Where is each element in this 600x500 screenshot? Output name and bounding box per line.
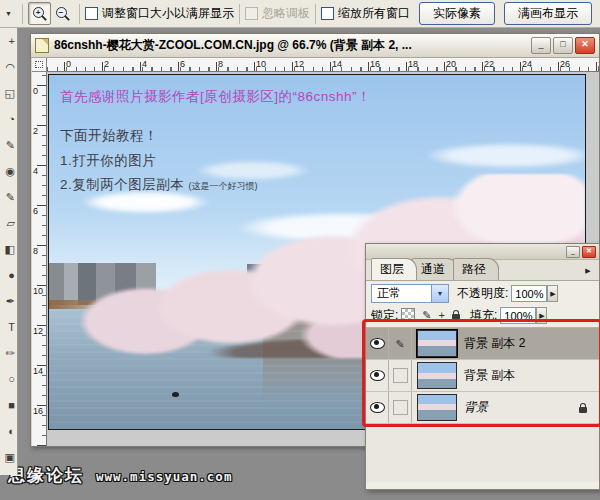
stamp-tool-icon[interactable]: ◉ bbox=[0, 158, 17, 184]
layer-thumbnail[interactable] bbox=[417, 330, 457, 357]
ruler-tick-label: 6 bbox=[33, 206, 38, 216]
eye-icon bbox=[370, 402, 385, 413]
chevron-down-icon[interactable]: ▼ bbox=[431, 285, 448, 302]
tutorial-start-line: 下面开始教程！ bbox=[60, 127, 158, 145]
maximize-button[interactable]: □ bbox=[553, 37, 573, 54]
blend-mode-value: 正常 bbox=[377, 285, 401, 302]
layer-thumbnail[interactable] bbox=[417, 362, 457, 389]
layer-name[interactable]: 背景 副本 2 bbox=[464, 335, 599, 352]
ruler-tick-label: 22 bbox=[484, 59, 494, 69]
history-brush-tool-icon[interactable]: ✎ bbox=[0, 184, 17, 210]
gradient-tool-icon[interactable]: ◧ bbox=[0, 236, 17, 262]
zoom-all-windows-checkbox-group: 缩放所有窗口 bbox=[321, 5, 410, 22]
resize-windows-checkbox[interactable] bbox=[85, 7, 98, 20]
ignore-palettes-checkbox bbox=[245, 7, 258, 20]
lock-row: 锁定: ✎ + 填充: 100% ▶ bbox=[366, 306, 599, 327]
ruler-tick-label: 16 bbox=[33, 406, 43, 416]
move-tool-icon[interactable]: + bbox=[0, 28, 17, 54]
crop-tool-icon[interactable]: ◱ bbox=[0, 80, 17, 106]
palette-minimize-button[interactable]: _ bbox=[566, 246, 580, 258]
layer-row-bg-copy[interactable]: 背景 副本 bbox=[366, 360, 599, 392]
ruler-vertical[interactable]: 024681012141618 bbox=[32, 72, 47, 446]
fill-field[interactable]: 100% bbox=[500, 307, 536, 324]
zoom-out-button[interactable]: − bbox=[51, 2, 74, 25]
healing-tool-icon[interactable]: ◔ bbox=[0, 106, 17, 132]
document-title: 86cnshh-樱花大赏-ZCOOL.COM.CN.jpg @ 66.7% (背… bbox=[54, 37, 527, 54]
lock-position-icon[interactable]: + bbox=[439, 309, 445, 321]
divider bbox=[239, 4, 240, 24]
brush-tool-icon[interactable]: ✎ bbox=[0, 132, 17, 158]
divider bbox=[22, 4, 23, 24]
ruler-tick-label: 8 bbox=[33, 246, 38, 256]
tab-layers[interactable]: 图层 bbox=[371, 258, 417, 280]
opacity-slider-arrow-icon[interactable]: ▶ bbox=[547, 285, 558, 302]
type-tool-icon[interactable]: T bbox=[0, 314, 17, 340]
screen-mode-icon[interactable]: ▣ bbox=[0, 444, 17, 470]
ruler-tick-label: 0 bbox=[33, 86, 38, 96]
blend-mode-select[interactable]: 正常 ▼ bbox=[371, 284, 449, 303]
pen-tool-icon[interactable]: ✒ bbox=[0, 288, 17, 314]
fill-slider-arrow-icon[interactable]: ▶ bbox=[536, 307, 547, 324]
actual-pixels-button[interactable]: 实际像素 bbox=[419, 2, 495, 25]
visibility-toggle[interactable] bbox=[366, 360, 389, 391]
tutorial-step1-line: 1.打开你的图片 bbox=[60, 152, 156, 170]
mask-mode-icon[interactable]: ◐ bbox=[0, 418, 17, 444]
tutorial-credit-line: 首先感谢照片摄影作者[原创摄影区]的“86cnshh”！ bbox=[60, 88, 371, 106]
zoom-all-windows-checkbox[interactable] bbox=[321, 7, 334, 20]
lock-transparency-icon[interactable] bbox=[401, 308, 415, 322]
lock-label: 锁定: bbox=[371, 307, 398, 324]
palette-tabs: 图层 通道 路径 ▶ bbox=[366, 260, 599, 281]
lasso-tool-icon[interactable]: ◠ bbox=[0, 54, 17, 80]
ruler-tick-label: 4 bbox=[33, 166, 38, 176]
tab-paths[interactable]: 路径 bbox=[453, 258, 499, 280]
watermark: 思缘论坛 www.missyuan.com bbox=[8, 464, 232, 487]
ruler-origin-corner[interactable] bbox=[32, 58, 47, 72]
blend-mode-row: 正常 ▼ 不透明度: 100% ▶ bbox=[366, 281, 599, 306]
ruler-tick-label: 12 bbox=[294, 59, 304, 69]
ruler-tick-label: 0 bbox=[66, 59, 71, 69]
close-button[interactable]: ✕ bbox=[575, 37, 595, 54]
layer-name[interactable]: 背景 副本 bbox=[464, 367, 599, 384]
layer-name[interactable]: 背景 bbox=[464, 399, 579, 416]
watermark-url: www.missyuan.com bbox=[96, 469, 232, 484]
fit-on-screen-button[interactable]: 满画布显示 bbox=[504, 2, 592, 25]
eraser-tool-icon[interactable]: ▱ bbox=[0, 210, 17, 236]
lock-icons: ✎ + bbox=[401, 308, 460, 322]
eye-icon bbox=[370, 370, 385, 381]
lock-all-icon[interactable] bbox=[452, 314, 460, 320]
tab-channels[interactable]: 通道 bbox=[412, 258, 458, 280]
layer-thumbnail[interactable] bbox=[417, 394, 457, 421]
opacity-field[interactable]: 100% bbox=[511, 285, 547, 302]
watermark-site-name: 思缘论坛 bbox=[8, 464, 84, 487]
tool-preset-arrow-icon[interactable]: ▼ bbox=[5, 10, 15, 17]
layer-row-bg-copy-2[interactable]: ✎ 背景 副本 2 bbox=[366, 328, 599, 360]
layer-lock-icon bbox=[579, 407, 587, 413]
layer-list: ✎ 背景 副本 2 背景 副本 背景 bbox=[366, 327, 599, 424]
blur-tool-icon[interactable]: ● bbox=[0, 262, 17, 288]
layer-row-background[interactable]: 背景 bbox=[366, 392, 599, 424]
tutorial-step2-note: (这是一个好习惯) bbox=[189, 181, 258, 191]
link-slot[interactable] bbox=[389, 360, 412, 391]
palette-close-button[interactable]: ✕ bbox=[582, 246, 596, 258]
ruler-tick-label: 18 bbox=[408, 59, 418, 69]
ruler-tick-label: 26 bbox=[560, 59, 570, 69]
lock-paint-icon[interactable]: ✎ bbox=[422, 309, 431, 321]
visibility-toggle[interactable] bbox=[366, 392, 389, 423]
ruler-tick-label: 14 bbox=[33, 366, 43, 376]
ruler-tick-label: 2 bbox=[104, 59, 109, 69]
document-titlebar[interactable]: 86cnshh-樱花大赏-ZCOOL.COM.CN.jpg @ 66.7% (背… bbox=[31, 34, 599, 58]
visibility-toggle[interactable] bbox=[366, 328, 389, 359]
ruler-horizontal[interactable]: 0246810121416182022242628 bbox=[47, 58, 599, 72]
resize-windows-label: 调整窗口大小以满屏显示 bbox=[102, 5, 234, 22]
zoom-in-button[interactable]: + bbox=[28, 2, 51, 25]
minimize-button[interactable]: _ bbox=[531, 37, 551, 54]
zoom-tool-icon[interactable]: ○ bbox=[0, 366, 17, 392]
ruler-tick-label: 16 bbox=[370, 59, 380, 69]
swatch-foreground-icon[interactable]: ■ bbox=[0, 392, 17, 418]
ignore-palettes-label: 忽略调板 bbox=[262, 5, 310, 22]
ruler-tick-label: 12 bbox=[33, 326, 43, 336]
eyedropper-tool-icon[interactable]: ✏ bbox=[0, 340, 17, 366]
link-slot[interactable] bbox=[389, 392, 412, 423]
toolbox-strip[interactable]: +◠◱◔✎◉✎▱◧●✒T✏○■◐▣ bbox=[0, 28, 18, 475]
palette-menu-arrow-icon[interactable]: ▶ bbox=[582, 265, 594, 277]
